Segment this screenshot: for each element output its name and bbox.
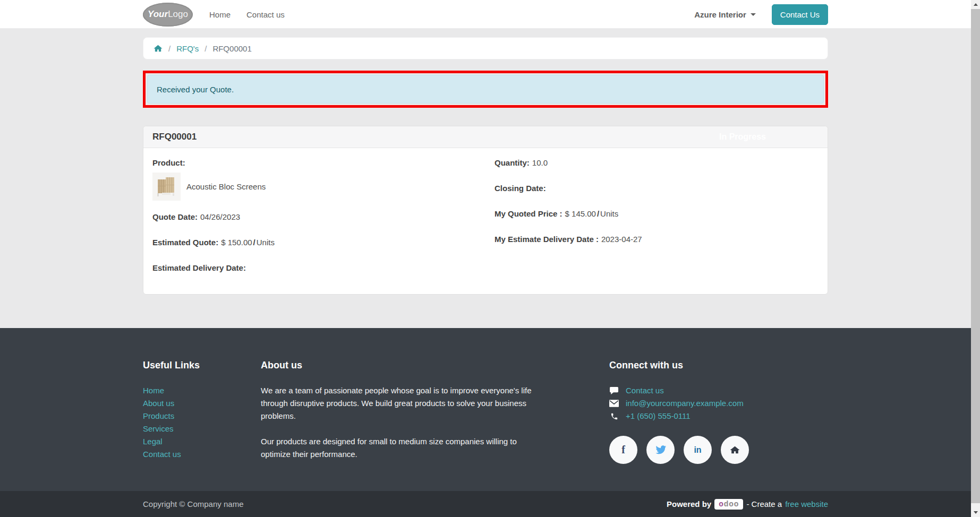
nav-item-contact-us[interactable]: Contact us [246, 10, 285, 19]
scrollbar[interactable] [971, 0, 980, 517]
product-name: Acoustic Bloc Screens [186, 182, 266, 191]
estimate-delivery-date-value: 2023-04-27 [601, 235, 642, 244]
alert-message: Received your Quote. [157, 85, 234, 94]
estimated-quote-amount: $ 150.00 [221, 238, 252, 247]
envelope-icon [609, 400, 619, 407]
rfq-card: RFQ00001 In Progress Product: [143, 126, 828, 295]
unit-separator: / [253, 238, 255, 247]
rfq-card-header: RFQ00001 In Progress [143, 126, 828, 148]
footer-link-contact-us[interactable]: Contact us [143, 450, 181, 459]
footer-link-products[interactable]: Products [143, 411, 174, 420]
quoted-price-label: My Quoted Price : [495, 209, 563, 218]
scroll-up-button[interactable] [971, 0, 980, 9]
footer-link-home[interactable]: Home [143, 386, 164, 395]
triangle-up-icon [974, 3, 978, 6]
product-row: Acoustic Bloc Screens [152, 173, 495, 201]
facebook-icon[interactable]: f [609, 436, 637, 464]
unit-separator: / [597, 209, 599, 218]
product-image [152, 173, 181, 201]
connect-title: Connect with us [609, 360, 828, 371]
main-content: / RFQ's / RFQ00001 Received your Quote. … [0, 37, 980, 295]
rfq-card-body: Product: [143, 148, 828, 294]
connect-contact-us-link[interactable]: Contact us [626, 384, 664, 397]
social-links: f in [609, 436, 828, 464]
estimated-quote-unit: Units [257, 238, 275, 247]
breadcrumb: / RFQ's / RFQ00001 [143, 37, 828, 59]
quote-received-alert: Received your Quote. [147, 75, 824, 104]
about-paragraph-2: Our products are designed for small to m… [261, 435, 540, 461]
quoted-price-unit: Units [600, 209, 618, 218]
scroll-down-button[interactable] [971, 508, 980, 517]
copyright-bar: Copyright © Company name Powered by odoo… [0, 491, 980, 517]
rfq-title: RFQ00001 [152, 132, 197, 142]
phone-icon [609, 412, 619, 420]
nav-item-home[interactable]: Home [209, 10, 231, 19]
breadcrumb-separator: / [204, 44, 207, 53]
top-navbar: YourLogo Home Contact us Azure Interior … [0, 0, 980, 29]
about-us-title: About us [261, 360, 550, 371]
footer-link-services[interactable]: Services [143, 424, 174, 433]
quantity-label: Quantity: [495, 158, 530, 167]
estimated-quote-label: Estimated Quote: [152, 238, 218, 247]
main-nav: Home Contact us [209, 10, 285, 19]
copyright-text: Copyright © Company name [143, 499, 243, 509]
breadcrumb-rfqs-link[interactable]: RFQ's [176, 44, 199, 53]
website-home-icon[interactable] [721, 436, 749, 464]
chat-bubble-icon [609, 386, 619, 395]
triangle-down-icon [974, 511, 978, 514]
create-a-text: - Create a [746, 499, 782, 509]
user-menu-label: Azure Interior [694, 10, 746, 19]
contact-us-button[interactable]: Contact Us [772, 4, 828, 25]
twitter-icon[interactable] [646, 436, 675, 464]
footer-connect: Connect with us Contact us info@yourcomp… [609, 360, 828, 464]
user-menu-dropdown[interactable]: Azure Interior [694, 10, 756, 19]
page-footer: Useful Links Home About us Products Serv… [0, 328, 980, 491]
quote-date-value: 04/26/2023 [200, 212, 240, 221]
product-label: Product: [152, 158, 185, 167]
free-website-link[interactable]: free website [785, 499, 828, 509]
breadcrumb-current: RFQ00001 [212, 44, 251, 53]
logo-text-bold: Your [148, 9, 168, 20]
chevron-down-icon [751, 13, 756, 16]
quoted-price-amount: $ 145.00 [565, 209, 596, 218]
site-logo[interactable]: YourLogo [143, 3, 193, 27]
quantity-value: 10.0 [532, 158, 548, 167]
logo-text-light: Logo [168, 9, 188, 20]
estimate-delivery-date-label: My Estimate Delivery Date : [495, 235, 599, 244]
scrollbar-thumb[interactable] [971, 9, 980, 503]
closing-date-label: Closing Date: [495, 184, 546, 193]
odoo-logo[interactable]: odoo [714, 499, 743, 510]
footer-link-about-us[interactable]: About us [143, 399, 174, 408]
connect-phone-link[interactable]: +1 (650) 555-0111 [626, 410, 691, 423]
estimated-delivery-label: Estimated Delivery Date: [152, 263, 246, 272]
status-badge: In Progress [719, 132, 766, 142]
linkedin-icon[interactable]: in [684, 436, 712, 464]
quote-date-label: Quote Date: [152, 212, 198, 221]
connect-email-link[interactable]: info@yourcompany.example.com [626, 397, 744, 410]
home-icon[interactable] [154, 44, 163, 53]
powered-by-text: Powered by [667, 499, 711, 509]
footer-link-legal[interactable]: Legal [143, 437, 163, 446]
breadcrumb-separator: / [168, 44, 171, 53]
footer-useful-links: Useful Links Home About us Products Serv… [143, 360, 261, 464]
footer-about-us: About us We are a team of passionate peo… [261, 360, 550, 464]
about-paragraph-1: We are a team of passionate people whose… [261, 384, 540, 423]
red-highlight-box: Received your Quote. [143, 71, 828, 108]
useful-links-title: Useful Links [143, 360, 261, 371]
